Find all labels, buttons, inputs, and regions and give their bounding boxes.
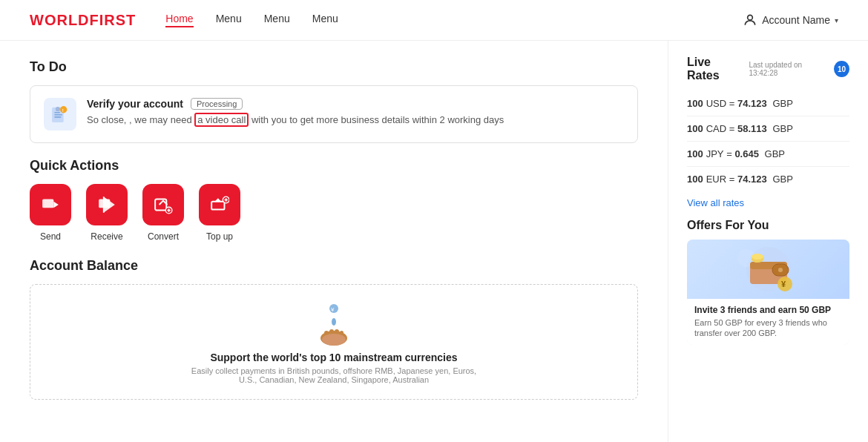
nav-menu-3[interactable]: Menu	[312, 13, 338, 27]
action-convert[interactable]: Convert	[142, 184, 184, 242]
refresh-button[interactable]: 10	[834, 61, 849, 77]
svg-rect-5	[54, 114, 62, 116]
offers-section: Offers For You	[687, 219, 849, 345]
verify-icon: !	[44, 98, 76, 131]
receive-label: Receive	[91, 231, 122, 242]
rate-to-eur: GBP	[772, 174, 792, 185]
rate-to-jpy: GBP	[765, 148, 785, 159]
offer-image-0: ¥	[687, 240, 849, 299]
svg-point-29	[322, 334, 346, 346]
todo-section: To Do !	[30, 59, 638, 143]
topup-button[interactable]	[199, 184, 240, 225]
verify-icon-svg: !	[50, 104, 70, 125]
todo-header: Verify your account Processing	[87, 98, 624, 110]
action-receive[interactable]: Receive	[86, 184, 128, 242]
rate-row-usd: 100 USD = 74.123 GBP	[687, 91, 849, 116]
svg-point-38	[752, 254, 763, 260]
convert-icon	[154, 195, 173, 214]
rate-eq-eur: =	[729, 174, 735, 185]
live-rates-section: Live Rates Last updated on 13:42:28 10 1…	[687, 56, 849, 208]
svg-marker-9	[53, 202, 59, 208]
receive-icon	[97, 195, 116, 214]
svg-point-23	[332, 318, 336, 326]
nav-menu-1[interactable]: Menu	[216, 13, 242, 27]
todo-card: ! Verify your account Processing	[30, 85, 638, 143]
quick-actions-grid: Send Receive	[30, 184, 638, 242]
last-updated-label: Last updated on 13:42:28	[749, 61, 828, 77]
left-panel: To Do !	[0, 41, 668, 442]
live-rates-header: Live Rates Last updated on 13:42:28 10	[687, 56, 849, 82]
receive-button[interactable]	[86, 184, 128, 225]
svg-marker-11	[104, 197, 115, 213]
svg-rect-4	[54, 112, 60, 113]
todo-desc-end: with you to get more business details wi…	[249, 114, 504, 125]
rate-amount-cad: 100	[687, 123, 703, 134]
rate-amount-usd: 100	[687, 98, 703, 109]
todo-desc: So close, , we may need a video call wit…	[87, 113, 624, 127]
balance-card: ¥ Support the world's top 10 mainstream …	[30, 284, 638, 400]
rate-from-cad: CAD	[706, 123, 726, 134]
offers-title: Offers For You	[687, 219, 849, 232]
todo-content: Verify your account Processing So close,…	[87, 98, 624, 127]
svg-rect-17	[211, 202, 224, 210]
svg-rect-8	[42, 199, 53, 208]
todo-card-title: Verify your account	[87, 98, 183, 110]
rate-value-eur: 74.123	[737, 174, 767, 185]
balance-promo-title: Support the world's top 10 mainstream cu…	[210, 352, 457, 363]
topup-icon	[210, 195, 229, 214]
rate-to-usd: GBP	[772, 98, 792, 109]
send-button[interactable]	[30, 184, 71, 225]
rate-value-cad: 58.113	[737, 123, 767, 134]
offer-desc-0: Earn 50 GBP for every 3 friends who tran…	[694, 317, 842, 339]
convert-label: Convert	[148, 231, 179, 242]
rates-list: 100 USD = 74.123 GBP 100 CAD = 58.113 GB…	[687, 91, 849, 191]
rate-value-jpy: 0.645	[734, 148, 759, 159]
svg-text:!: !	[62, 108, 64, 113]
send-label: Send	[40, 231, 61, 242]
rate-to-cad: GBP	[772, 123, 792, 134]
rate-row-cad: 100 CAD = 58.113 GBP	[687, 116, 849, 142]
user-icon	[743, 13, 757, 27]
todo-desc-start: So close, , we may need	[87, 114, 194, 125]
rate-eq-cad: =	[729, 123, 735, 134]
svg-point-7	[56, 107, 60, 111]
account-chevron-icon: ▾	[835, 16, 838, 24]
rate-from-eur: EUR	[706, 174, 726, 185]
action-topup[interactable]: Top up	[199, 184, 240, 242]
rate-amount-eur: 100	[687, 174, 703, 185]
balance-promo-desc: Easily collect payments in British pound…	[185, 366, 482, 384]
send-icon	[41, 195, 60, 214]
main-nav: Home Menu Menu Menu	[165, 13, 743, 27]
action-send[interactable]: Send	[30, 184, 71, 242]
rate-from-jpy: JPY	[706, 148, 724, 159]
rate-row-eur: 100 EUR = 74.123 GBP	[687, 167, 849, 191]
account-menu[interactable]: Account Name ▾	[743, 13, 838, 27]
balance-title: Account Balance	[30, 258, 638, 274]
svg-text:¥: ¥	[330, 306, 335, 313]
right-panel: Live Rates Last updated on 13:42:28 10 1…	[668, 41, 868, 442]
offer-body-0: Invite 3 friends and earn 50 GBP Earn 50…	[687, 299, 849, 345]
header: WORLDFIRST Home Menu Menu Menu Account N…	[0, 0, 868, 41]
topup-label: Top up	[206, 231, 233, 242]
balance-illustration: ¥	[308, 300, 360, 352]
convert-button[interactable]	[142, 184, 184, 225]
nav-home[interactable]: Home	[165, 13, 193, 27]
offer-card-0[interactable]: ¥ Invite 3 friends and earn 50 GBP Earn …	[687, 240, 849, 345]
svg-point-0	[748, 15, 753, 20]
logo: WORLDFIRST	[30, 12, 136, 29]
rate-eq-usd: =	[729, 98, 735, 109]
quick-actions-section: Quick Actions Send	[30, 158, 638, 242]
account-name-label: Account Name	[762, 14, 830, 26]
svg-point-35	[778, 268, 783, 272]
main-layout: To Do !	[0, 41, 868, 442]
svg-text:¥: ¥	[781, 280, 786, 288]
view-all-rates-link[interactable]: View all rates	[687, 197, 849, 208]
rate-from-usd: USD	[706, 98, 726, 109]
nav-menu-2[interactable]: Menu	[264, 13, 290, 27]
todo-title: To Do	[30, 59, 638, 75]
rate-value-usd: 74.123	[737, 98, 767, 109]
rate-eq-jpy: =	[726, 148, 732, 159]
todo-icon-wrap: !	[44, 98, 76, 131]
rate-amount-jpy: 100	[687, 148, 703, 159]
svg-rect-13	[155, 199, 166, 210]
